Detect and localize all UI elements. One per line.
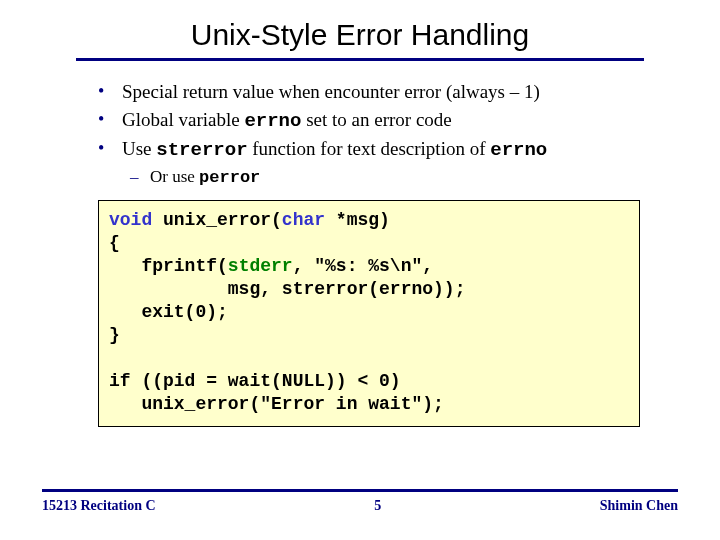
footer-left: 15213 Recitation C	[42, 498, 156, 514]
bullet-text: Global variable	[122, 109, 244, 130]
bullet-text: Use	[122, 138, 156, 159]
bullet-text: function for text description of	[248, 138, 491, 159]
identifier: stderr	[228, 256, 293, 276]
footer-divider	[42, 489, 678, 492]
code-text: fprintf(	[109, 256, 228, 276]
bullet-text: Or use	[150, 167, 199, 186]
code-text: , "%s: %s\n",	[293, 256, 433, 276]
slide: Unix-Style Error Handling Special return…	[0, 0, 720, 540]
bullet-text: Special return value when encounter erro…	[122, 81, 540, 102]
code-text: unix_error(	[152, 210, 282, 230]
footer-right: Shimin Chen	[600, 498, 678, 514]
code-text: unix_error("Error in wait");	[109, 394, 444, 414]
code-inline: perror	[199, 168, 260, 187]
sub-bullet-item: Or use perror	[98, 166, 640, 190]
code-text: if ((pid = wait(NULL)) < 0)	[109, 371, 401, 391]
keyword: char	[282, 210, 325, 230]
code-text: {	[109, 233, 120, 253]
code-block: void unix_error(char *msg) { fprintf(std…	[98, 200, 640, 427]
keyword: void	[109, 210, 152, 230]
code-text: *msg)	[325, 210, 390, 230]
slide-footer: 15213 Recitation C 5 Shimin Chen	[0, 489, 720, 514]
code-inline: strerror	[156, 139, 247, 161]
footer-page-number: 5	[374, 498, 381, 514]
bullet-item: Use strerror function for text descripti…	[98, 136, 640, 164]
bullet-item: Global variable errno set to an error co…	[98, 107, 640, 135]
slide-title: Unix-Style Error Handling	[76, 18, 644, 61]
code-text: msg, strerror(errno));	[109, 279, 465, 299]
bullet-text: set to an error code	[301, 109, 451, 130]
code-inline: errno	[244, 110, 301, 132]
code-text: }	[109, 325, 120, 345]
bullet-list: Special return value when encounter erro…	[38, 79, 682, 190]
bullet-item: Special return value when encounter erro…	[98, 79, 640, 105]
footer-row: 15213 Recitation C 5 Shimin Chen	[42, 498, 678, 514]
code-text: exit(0);	[109, 302, 228, 322]
code-inline: errno	[490, 139, 547, 161]
